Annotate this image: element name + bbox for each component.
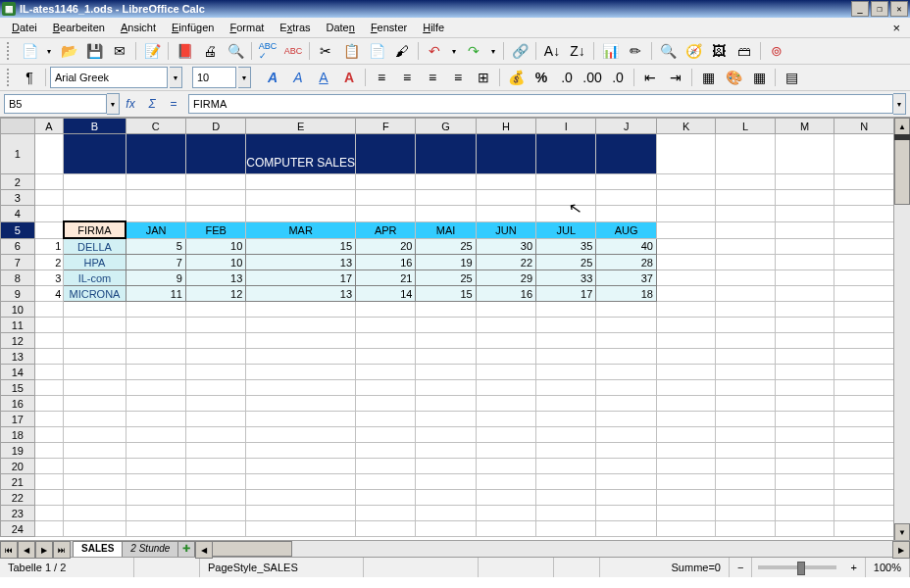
cell-K13[interactable] [656, 349, 715, 365]
col-header-M[interactable]: M [775, 119, 834, 134]
cell-M22[interactable] [775, 490, 834, 506]
menu-daten[interactable]: Daten [319, 20, 363, 35]
cell-K6[interactable] [656, 238, 715, 255]
cell-E1[interactable]: COMPUTER SALES [246, 134, 356, 174]
cell-M5[interactable] [775, 221, 834, 238]
cell-L11[interactable] [716, 318, 775, 333]
cell-C8[interactable]: 9 [126, 270, 185, 286]
preview-button[interactable]: 🔍 [224, 39, 247, 63]
cell-H12[interactable] [476, 333, 535, 349]
cell-M21[interactable] [775, 474, 834, 490]
cell-D21[interactable] [185, 474, 245, 490]
cell-M23[interactable] [775, 506, 834, 521]
zoom-in[interactable]: + [842, 558, 865, 577]
cell-B8[interactable]: IL-com [64, 270, 126, 286]
cell-M16[interactable] [775, 396, 834, 412]
cell-I13[interactable] [536, 349, 596, 365]
cell-A18[interactable] [34, 427, 64, 443]
cell-D11[interactable] [185, 318, 245, 333]
scroll-left-button[interactable]: ◀ [195, 541, 213, 559]
cell-C20[interactable] [126, 459, 185, 474]
cell-F24[interactable] [356, 521, 416, 537]
row-header-13[interactable]: 13 [1, 349, 35, 365]
cell-L14[interactable] [716, 365, 775, 380]
merge-button[interactable]: ⊞ [472, 66, 495, 89]
cell-L17[interactable] [716, 412, 775, 427]
cell-N11[interactable] [834, 318, 894, 333]
new-button[interactable]: 📄 [18, 39, 41, 63]
cell-N12[interactable] [834, 333, 894, 349]
bold-button[interactable]: A [261, 66, 284, 89]
row-header-17[interactable]: 17 [1, 412, 35, 427]
cell-L1[interactable] [716, 134, 775, 174]
font-color-button[interactable]: A [337, 66, 361, 89]
cell-C16[interactable] [126, 396, 185, 412]
cell-F6[interactable]: 20 [356, 238, 416, 255]
cell-F15[interactable] [356, 380, 416, 396]
col-header-N[interactable]: N [834, 119, 894, 134]
menu-format[interactable]: Format [222, 20, 272, 35]
cell-D17[interactable] [185, 412, 245, 427]
cell-M6[interactable] [775, 238, 834, 255]
cell-J8[interactable]: 37 [596, 270, 657, 286]
cell-D3[interactable] [185, 190, 245, 206]
chart-button[interactable]: 📊 [598, 39, 622, 63]
cell-J15[interactable] [596, 380, 657, 396]
row-header-24[interactable]: 24 [1, 521, 35, 537]
cell-I20[interactable] [536, 459, 596, 474]
cell-A3[interactable] [34, 190, 64, 206]
row-header-11[interactable]: 11 [1, 318, 35, 333]
cell-J21[interactable] [596, 474, 657, 490]
cell-C2[interactable] [126, 174, 185, 190]
cell-A22[interactable] [34, 490, 64, 506]
row-header-14[interactable]: 14 [1, 365, 35, 380]
cell-A19[interactable] [34, 443, 64, 459]
menu-datei[interactable]: Datei [4, 20, 45, 35]
cell-H21[interactable] [476, 474, 535, 490]
conditional-button[interactable]: ▤ [780, 66, 803, 89]
cell-K17[interactable] [656, 412, 715, 427]
cell-N19[interactable] [834, 443, 894, 459]
menu-ansicht[interactable]: Ansicht [113, 20, 164, 35]
align-left-button[interactable]: ≡ [370, 66, 393, 89]
scroll-down-button[interactable]: ▼ [894, 523, 910, 541]
cell-H19[interactable] [476, 443, 535, 459]
cell-H9[interactable]: 16 [476, 286, 535, 302]
save-button[interactable]: 💾 [82, 39, 106, 63]
cell-K23[interactable] [656, 506, 715, 521]
spellcheck-button[interactable]: ABC✓ [256, 39, 279, 63]
cell-E5[interactable]: MAR [246, 221, 356, 238]
cell-B22[interactable] [64, 490, 126, 506]
cell-C4[interactable] [126, 206, 185, 222]
cell-G14[interactable] [416, 365, 476, 380]
zoom-slider[interactable] [758, 565, 836, 569]
menu-bearbeiten[interactable]: Bearbeiten [45, 20, 113, 35]
currency-button[interactable]: 💰 [504, 66, 528, 89]
cell-H8[interactable]: 29 [476, 270, 535, 286]
menu-fenster[interactable]: Fenster [363, 20, 415, 35]
cell-G21[interactable] [416, 474, 476, 490]
cell-M14[interactable] [775, 365, 834, 380]
cell-B10[interactable] [64, 302, 126, 318]
cell-J19[interactable] [596, 443, 657, 459]
cell-E21[interactable] [246, 474, 356, 490]
open-button[interactable]: 📂 [57, 39, 80, 63]
cell-E17[interactable] [246, 412, 356, 427]
cell-C19[interactable] [126, 443, 185, 459]
cell-J2[interactable] [596, 174, 657, 190]
decrease-indent-button[interactable]: ⇤ [638, 66, 662, 89]
cell-D8[interactable]: 13 [185, 270, 245, 286]
cell-B6[interactable]: DELLA [64, 238, 126, 255]
cell-H16[interactable] [476, 396, 535, 412]
styles-button[interactable]: ¶ [18, 66, 41, 89]
horizontal-scrollbar[interactable]: ◀ ▶ [194, 541, 910, 557]
cell-E4[interactable] [246, 206, 356, 222]
cell-K11[interactable] [656, 318, 715, 333]
cell-A20[interactable] [34, 459, 64, 474]
cell-G17[interactable] [416, 412, 476, 427]
cell-K7[interactable] [656, 255, 715, 270]
cell-J5[interactable]: AUG [596, 221, 657, 238]
row-header-10[interactable]: 10 [1, 302, 35, 318]
cell-M4[interactable] [775, 206, 834, 222]
cell-F23[interactable] [356, 506, 416, 521]
